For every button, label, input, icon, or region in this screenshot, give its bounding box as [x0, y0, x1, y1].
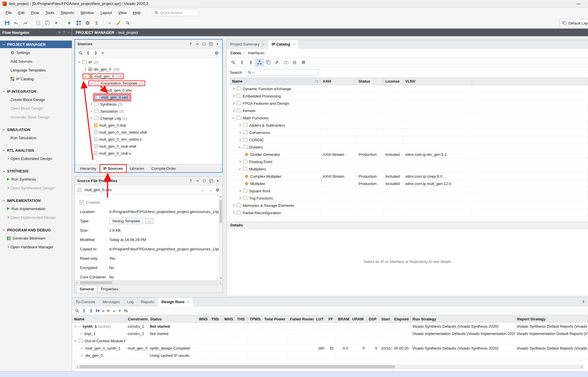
column-axi4[interactable]: AXI4: [321, 78, 356, 85]
chevron-down-icon[interactable]: [74, 324, 77, 328]
nav-generate-block-design[interactable]: Generate Block Design: [0, 113, 72, 121]
nav-settings[interactable]: Settings: [0, 48, 72, 57]
nav-open-elaborated-design[interactable]: Open Elaborated Design: [0, 154, 72, 163]
tab-messages[interactable]: Messages: [99, 298, 123, 306]
chevron-right-icon[interactable]: [6, 245, 10, 249]
column-whs[interactable]: WHS: [222, 315, 235, 322]
section-header-implementation[interactable]: IMPLEMENTATION: [0, 197, 72, 204]
menu-help[interactable]: Help: [130, 9, 144, 17]
column-failed-routes[interactable]: Failed Routes: [288, 315, 314, 322]
section-header-simulation[interactable]: SIMULATION: [0, 126, 72, 133]
run-button[interactable]: [65, 19, 74, 27]
tree-item-ip[interactable]: IP(2): [75, 59, 222, 66]
column-name[interactable]: Name^1: [230, 78, 321, 85]
catalog-row[interactable]: Floating Point: [230, 158, 588, 165]
collapse-panel-icon[interactable]: ‒: [67, 30, 69, 34]
chevron-right-icon[interactable]: [6, 186, 10, 190]
catalog-row-complex-multiplier[interactable]: Complex MultiplierAXI4-StreamProductionI…: [230, 173, 588, 180]
nav-open-block-design[interactable]: Open Block Design: [0, 104, 72, 113]
chevron-right-icon[interactable]: [238, 138, 242, 142]
column-run-strategy[interactable]: Run Strategy: [410, 315, 515, 322]
chevron-right-icon[interactable]: [89, 109, 93, 113]
create-run-icon[interactable]: +: [118, 308, 121, 313]
tree-item-vho[interactable]: mult_gen_0.vho: [75, 87, 222, 94]
tab-compile-order[interactable]: Compile Order: [148, 165, 179, 172]
nav-ip-catalog[interactable]: IP Catalog: [0, 74, 72, 83]
section-header-program-debug[interactable]: PROGRAM AND DEBUG: [0, 226, 72, 234]
catalog-row[interactable]: Conversions: [230, 129, 588, 136]
chevron-down-icon[interactable]: [84, 74, 88, 78]
collapse-all-icon[interactable]: [86, 51, 90, 55]
type-more-button[interactable]: …: [145, 218, 154, 224]
type-dropdown[interactable]: Verilog Template: [109, 218, 143, 224]
chevron-right-icon[interactable]: [6, 216, 10, 219]
catalog-row[interactable]: Adders & Subtracters: [230, 122, 588, 129]
nav-run-synthesis[interactable]: Run Synthesis: [0, 175, 72, 184]
column-ths[interactable]: THS: [235, 315, 248, 322]
expand-all-button[interactable]: [247, 59, 255, 66]
menu-flow[interactable]: Flow: [28, 9, 42, 17]
column-constraints[interactable]: Constraints: [126, 315, 148, 322]
close-icon[interactable]: ×: [215, 42, 220, 46]
catalog-row[interactable]: Dynamic Function eXchange: [230, 85, 588, 92]
undo-button[interactable]: [12, 19, 20, 27]
search-icon[interactable]: [79, 51, 83, 55]
gear-icon[interactable]: [215, 188, 220, 192]
expand-all-icon[interactable]: [89, 309, 93, 313]
step-back-icon[interactable]: «: [102, 308, 105, 313]
close-icon[interactable]: ×: [293, 42, 295, 46]
report-timing-button[interactable]: Σ: [93, 19, 101, 27]
tree-item-div-gen[interactable]: div_gen_0(16): [75, 66, 222, 73]
vertical-scrollbar[interactable]: ▲▼: [219, 195, 222, 280]
tree-item-stub-v[interactable]: mult_gen_0_stub.v: [75, 150, 222, 157]
chevron-right-icon[interactable]: [238, 123, 242, 127]
maximize-icon[interactable]: [201, 42, 206, 46]
tree-item-simulation[interactable]: Simulation(3): [75, 108, 222, 115]
stop-button[interactable]: [299, 59, 307, 66]
ip-settings-button[interactable]: [282, 59, 290, 66]
column-uram[interactable]: URAM: [350, 315, 367, 322]
run-row-synth-1[interactable]: ▷synth_1(active) constrs_1 Not started V…: [72, 323, 588, 330]
tab-log[interactable]: Log: [123, 298, 137, 306]
chevron-down-icon[interactable]: [74, 339, 77, 343]
chevron-right-icon[interactable]: [238, 196, 242, 200]
menu-file[interactable]: File: [2, 9, 15, 17]
web-catalog-button[interactable]: [290, 59, 299, 66]
column-name[interactable]: Name: [72, 315, 126, 322]
menu-layout[interactable]: Layout: [97, 9, 115, 17]
subnav-cores[interactable]: Cores: [230, 51, 241, 55]
tree-item-change-log[interactable]: Change Log(1): [75, 115, 222, 122]
catalog-row-divider-generator[interactable]: Divider GeneratorAXI4-StreamProductionIn…: [230, 151, 588, 158]
nav-language-templates[interactable]: Language Templates: [0, 66, 72, 74]
delete-button[interactable]: ×: [52, 19, 60, 27]
menu-reports[interactable]: Reports: [58, 9, 77, 17]
taxonomy-view-button[interactable]: [255, 59, 264, 66]
horizontal-scrollbar[interactable]: ‹ ›: [75, 365, 584, 369]
help-icon[interactable]: ?: [188, 179, 193, 183]
menu-view[interactable]: View: [115, 9, 130, 17]
catalog-row[interactable]: CORDIC: [230, 136, 588, 144]
minimize-icon[interactable]: —: [577, 1, 586, 6]
catalog-row[interactable]: Square Root: [230, 187, 588, 195]
section-header-ip-integrator[interactable]: IP INTEGRATOR: [0, 88, 72, 95]
maximize-icon[interactable]: [202, 179, 207, 183]
nav-run-simulation[interactable]: Run Simulation: [0, 133, 72, 142]
catalog-search-input[interactable]: ▾: [246, 69, 319, 76]
nav-generate-bitstream[interactable]: Generate Bitstream: [0, 234, 72, 242]
catalog-row[interactable]: Partial Reconfiguration: [230, 209, 588, 217]
section-header-project-manager[interactable]: PROJECT MANAGER: [0, 41, 72, 48]
section-header-rtl-analysis[interactable]: RTL ANALYSIS: [0, 146, 72, 154]
nav-run-implementation[interactable]: Run Implementation: [0, 204, 72, 213]
column-total-power[interactable]: Total Power: [262, 315, 288, 322]
chevron-right-icon[interactable]: [238, 189, 242, 193]
redo-button[interactable]: [21, 19, 29, 27]
section-header-synthesis[interactable]: SYNTHESIS: [0, 167, 72, 175]
tree-item-stub-vhdl[interactable]: mult_gen_0_stub.vhdl: [75, 143, 222, 150]
chevron-right-icon[interactable]: [232, 109, 235, 112]
tab-tcl-console[interactable]: Tcl Console: [72, 298, 99, 306]
tree-item-synthesis[interactable]: Synthesis(3): [75, 101, 222, 108]
snip-button[interactable]: ×: [106, 19, 114, 27]
flow-layout-button[interactable]: [74, 19, 83, 27]
tab-ip-sources[interactable]: IP Sources: [100, 165, 126, 172]
panel-help-icon[interactable]: ?: [582, 298, 588, 306]
